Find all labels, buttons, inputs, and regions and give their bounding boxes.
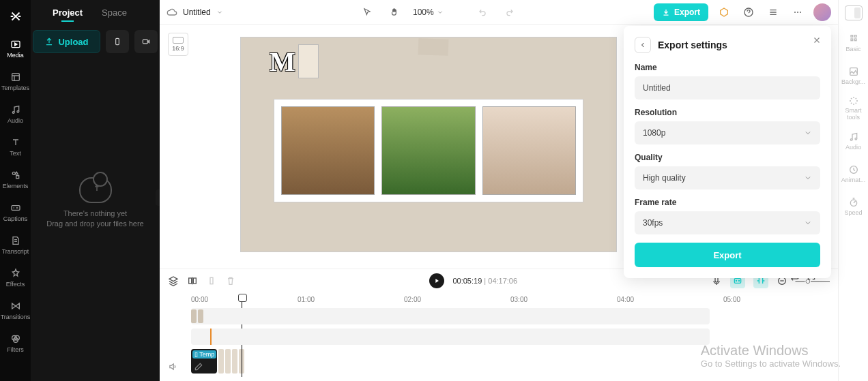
rail-templates[interactable]: Templates	[0, 65, 31, 97]
edit-icon[interactable]	[194, 362, 203, 371]
empty-line1: There's nothing yet	[63, 209, 127, 217]
hand-tool[interactable]	[386, 3, 403, 21]
svg-rect-17	[193, 278, 196, 284]
layers-icon[interactable]	[168, 275, 179, 286]
time-mark: 01:00	[298, 296, 404, 308]
premium-icon[interactable]	[715, 3, 733, 21]
zoom-select[interactable]: 100%	[413, 7, 444, 17]
quality-value: High quality	[643, 173, 686, 183]
clip-thumb[interactable]	[225, 349, 231, 374]
svg-rect-18	[210, 277, 213, 284]
video-track[interactable]: ▯ Temp	[191, 349, 710, 374]
doc-title[interactable]: Untitled	[167, 7, 223, 18]
export-settings-panel: Export settings Name Resolution 1080p Qu…	[624, 26, 831, 278]
svg-rect-27	[854, 39, 856, 41]
time-mark: 03:00	[510, 296, 617, 308]
play-button[interactable]	[429, 273, 444, 288]
delete-icon[interactable]	[225, 275, 236, 286]
tab-space[interactable]: Space	[102, 7, 127, 18]
panel-toggle[interactable]	[845, 5, 863, 20]
marker[interactable]	[210, 329, 212, 345]
resolution-select[interactable]: 1080p	[635, 121, 820, 144]
svg-point-30	[855, 138, 857, 140]
svg-point-15	[800, 12, 801, 13]
windows-activation-overlay: Activate Windows Go to Settings to activ…	[701, 343, 841, 369]
help-icon[interactable]	[740, 3, 757, 21]
filters-icon	[10, 333, 22, 345]
close-icon[interactable]	[812, 35, 822, 45]
transitions-icon	[10, 300, 22, 312]
avatar[interactable]	[813, 3, 831, 21]
rail-label: Transitions	[1, 314, 31, 320]
device-button[interactable]	[106, 30, 129, 53]
rr-audio[interactable]: Audio	[839, 125, 869, 157]
rail-label: Templates	[1, 85, 29, 91]
rail-text[interactable]: Text	[0, 131, 31, 162]
panel-title: Export settings	[658, 40, 727, 50]
rail-effects[interactable]: Effects	[0, 262, 31, 293]
rail-label: Effects	[6, 281, 25, 288]
export-go-button[interactable]: Export	[635, 243, 820, 267]
rr-animation[interactable]: Animat...	[839, 158, 869, 189]
rail-transcript[interactable]: Transcript	[0, 229, 31, 260]
ratio-label: 16:9	[172, 45, 184, 52]
chevron-down-icon	[804, 174, 812, 182]
resolution-value: 1080p	[643, 128, 665, 138]
svg-point-13	[794, 12, 796, 13]
rr-label: Smart tools	[839, 108, 869, 121]
back-button[interactable]	[635, 37, 651, 53]
svg-rect-10	[115, 38, 119, 44]
cut-icon[interactable]	[206, 275, 217, 286]
top-bar: Untitled 100% Export	[160, 0, 838, 25]
rr-speed[interactable]: Speed	[839, 191, 869, 222]
rail-captions[interactable]: Captions	[0, 196, 31, 228]
resolution-label: Resolution	[635, 108, 820, 117]
cloud-icon	[167, 7, 177, 18]
quality-label: Quality	[635, 153, 820, 162]
more-icon[interactable]	[789, 3, 807, 21]
upload-button[interactable]: Upload	[33, 30, 100, 53]
settings-icon[interactable]	[764, 3, 782, 21]
speaker-icon[interactable]	[168, 362, 177, 371]
photo-3	[482, 106, 576, 195]
rail-elements[interactable]: Elements	[0, 164, 31, 195]
rr-smart-tools[interactable]: Smart tools	[839, 93, 869, 124]
redo-button[interactable]	[501, 3, 519, 21]
overlay-track[interactable]	[191, 329, 710, 345]
name-input[interactable]	[635, 76, 820, 100]
win-line2: Go to Settings to activate Windows.	[701, 359, 841, 369]
name-label: Name	[635, 63, 820, 72]
clip-thumb[interactable]	[218, 349, 224, 374]
elements-icon	[10, 169, 22, 181]
templates-icon	[10, 71, 22, 83]
quality-select[interactable]: High quality	[635, 166, 820, 189]
rail-media[interactable]: Media	[0, 33, 31, 64]
rr-background[interactable]: Backgr...	[839, 60, 869, 91]
doc-title-text: Untitled	[183, 7, 211, 17]
drop-area[interactable]: There's nothing yet Drag and drop your f…	[31, 177, 160, 230]
split-icon[interactable]	[187, 275, 198, 286]
rr-basic[interactable]: Basic	[839, 27, 869, 59]
rail-transitions[interactable]: Transitions	[0, 294, 31, 326]
left-rail: Media Templates Audio Text Elements Capt…	[0, 0, 31, 381]
fps-select[interactable]: 30fps	[635, 211, 820, 234]
rail-audio[interactable]: Audio	[0, 98, 31, 129]
zoom-value: 100%	[413, 7, 434, 17]
undo-button[interactable]	[474, 3, 491, 21]
svg-rect-16	[189, 278, 192, 284]
time-ruler[interactable]: 00:00 01:00 02:00 03:00 04:00 05:00	[191, 296, 830, 308]
record-button[interactable]	[134, 30, 158, 53]
cursor-tool[interactable]	[358, 3, 376, 21]
export-button[interactable]: Export	[654, 3, 708, 21]
tab-project[interactable]: Project	[53, 7, 83, 18]
text-track[interactable]	[191, 308, 710, 324]
aspect-ratio-button[interactable]: 16:9	[168, 33, 188, 56]
app-logo[interactable]	[6, 7, 25, 26]
time-mark: 00:00	[191, 296, 298, 308]
preview-canvas[interactable]: M	[240, 37, 617, 252]
rail-filters[interactable]: Filters	[0, 327, 31, 359]
rr-label: Speed	[844, 209, 862, 216]
upload-label: Upload	[58, 37, 88, 47]
chevron-down-icon	[216, 9, 223, 16]
clip-thumb[interactable]	[232, 349, 237, 374]
